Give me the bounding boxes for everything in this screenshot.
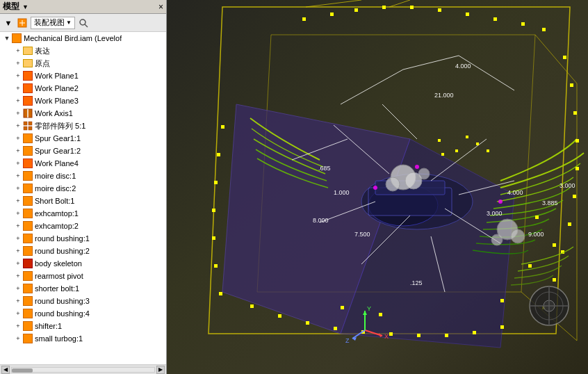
sg1-label: Spur Gear1:1 [35, 134, 81, 143]
wp2-expander[interactable]: + [14, 84, 22, 92]
svg-point-3 [80, 19, 85, 25]
tree-item-wp2[interactable]: + Work Plane2 [0, 82, 166, 95]
pattern-label: 零部件阵列 5:1 [35, 121, 85, 131]
exc1-expander[interactable]: + [14, 209, 22, 218]
tree-item-wa1[interactable]: + Work Axis1 [0, 107, 166, 120]
horizontal-scrollbar[interactable]: ◀ ▶ [0, 364, 166, 374]
sb-label: Short Bolt:1 [35, 197, 74, 205]
wp3-expander[interactable]: + [14, 97, 22, 105]
tree-item-rb1[interactable]: + round bushing:1 [0, 232, 166, 245]
svg-rect-49 [573, 111, 577, 115]
tree-item-origin[interactable]: + 原点 [0, 57, 166, 70]
tree-item-rp[interactable]: + rearmost pivot [0, 270, 166, 282]
rb2-expander[interactable]: + [14, 247, 22, 255]
tree-item-shorter[interactable]: + shorter bolt:1 [0, 282, 166, 295]
wp4-expander[interactable]: + [14, 159, 22, 168]
tree-item-sg12[interactable]: + Spur Gear1:2 [0, 145, 166, 157]
tree-item-rb3[interactable]: + round bushing:3 [0, 295, 166, 307]
filter-icon[interactable]: ▼ [3, 17, 14, 29]
wa1-icon [22, 108, 33, 119]
rp-expander[interactable]: + [14, 272, 22, 280]
tree-item-sh1[interactable]: + shifter:1 [0, 320, 166, 332]
rb3-expander[interactable]: + [14, 297, 22, 305]
svg-rect-43 [466, 13, 469, 16]
tree-item-exc2[interactable]: + exhcamtop:2 [0, 220, 166, 232]
svg-rect-48 [570, 83, 573, 87]
tree-item-wp4[interactable]: + Work Plane4 [0, 157, 166, 170]
scroll-track[interactable] [11, 367, 155, 373]
wa1-expander[interactable]: + [14, 109, 22, 117]
left-panel: 模型 ▼ × ▼ 装配视图 ▼ [0, 0, 167, 374]
panel-toolbar: ▼ 装配视图 ▼ [0, 14, 166, 32]
rb1-label: round bushing:1 [35, 234, 90, 243]
svg-point-86 [491, 234, 503, 245]
md1-expander[interactable]: + [14, 172, 22, 180]
tree-item-bs[interactable]: + body skeleton [0, 257, 166, 270]
panel-title-text: 模型 [3, 1, 19, 13]
tree-item-rb2[interactable]: + round bushing:2 [0, 245, 166, 257]
bs-expander[interactable]: + [14, 259, 22, 268]
search-icon[interactable] [78, 17, 89, 29]
tree-area[interactable]: ▼ Mechanical Bird.iam (Levelof + 表达 [0, 32, 166, 364]
tree-item-md1[interactable]: + moire disc:1 [0, 170, 166, 182]
sg1-icon [22, 133, 33, 144]
md1-icon [22, 170, 33, 181]
svg-point-83 [418, 168, 430, 179]
tree-item-expr[interactable]: + 表达 [0, 44, 166, 57]
sb-icon [22, 195, 33, 206]
tree-item-wp1[interactable]: + Work Plane1 [0, 70, 166, 82]
tree-item-pattern[interactable]: + 零部件阵列 5:1 [0, 120, 166, 132]
md1-label: moire disc:1 [35, 172, 76, 180]
expr-expander[interactable]: + [14, 47, 22, 55]
sg12-label: Spur Gear1:2 [35, 147, 81, 155]
tree-item-md2[interactable]: + moire disc:2 [0, 182, 166, 195]
wp4-icon [22, 158, 33, 169]
sg1-expander[interactable]: + [14, 134, 22, 143]
svg-rect-116 [455, 149, 458, 152]
tree-item-sb[interactable]: + Short Bolt:1 [0, 195, 166, 207]
root-expander[interactable]: ▼ [3, 34, 11, 42]
sb-expander[interactable]: + [14, 197, 22, 205]
svg-rect-114 [476, 143, 479, 145]
sg12-expander[interactable]: + [14, 147, 22, 155]
md2-expander[interactable]: + [14, 184, 22, 193]
rb4-icon [22, 308, 33, 319]
view-dropdown[interactable]: 装配视图 ▼ [31, 17, 75, 29]
svg-text:1.000: 1.000 [334, 189, 350, 196]
wp1-expander[interactable]: + [14, 72, 22, 80]
svg-rect-71 [217, 153, 220, 156]
scroll-right-btn[interactable]: ▶ [156, 366, 165, 374]
close-button[interactable]: × [158, 2, 163, 12]
viewport-3d[interactable]: 4.000 21.000 8.000 7.500 1.000 3.000 4.0… [167, 0, 588, 374]
st1-expander[interactable]: + [14, 334, 22, 343]
svg-text:3.885: 3.885 [542, 200, 558, 206]
tree-item-sg1[interactable]: + Spur Gear1:1 [0, 132, 166, 145]
origin-expander[interactable]: + [14, 59, 22, 67]
rb1-expander[interactable]: + [14, 234, 22, 243]
svg-rect-67 [214, 264, 218, 268]
sh1-expander[interactable]: + [14, 322, 22, 330]
tree-item-exc1[interactable]: + exhcamtop:1 [0, 207, 166, 220]
svg-rect-40 [382, 6, 386, 9]
svg-rect-50 [575, 139, 579, 143]
svg-text:8.000: 8.000 [313, 217, 329, 224]
tree-item-rb4[interactable]: + round bushing:4 [0, 307, 166, 320]
svg-rect-78 [553, 243, 556, 247]
tree-root-item[interactable]: ▼ Mechanical Bird.iam (Levelof [0, 32, 166, 44]
panel-dropdown-arrow[interactable]: ▼ [22, 3, 28, 10]
svg-rect-58 [445, 334, 448, 337]
exc2-expander[interactable]: + [14, 222, 22, 230]
svg-rect-44 [493, 17, 497, 21]
root-label: Mechanical Bird.iam (Levelof [24, 34, 122, 42]
scroll-left-btn[interactable]: ◀ [1, 366, 10, 374]
main-container: 模型 ▼ × ▼ 装配视图 ▼ [0, 0, 588, 374]
svg-rect-51 [575, 167, 579, 170]
tree-item-st1[interactable]: + small turbog:1 [0, 332, 166, 345]
tree-item-wp3[interactable]: + Work Plane3 [0, 95, 166, 107]
rb4-expander[interactable]: + [14, 309, 22, 318]
panel-title-bar: 模型 ▼ × [0, 0, 166, 14]
svg-point-82 [386, 177, 400, 191]
st1-label: small turbog:1 [35, 334, 83, 343]
shorter-expander[interactable]: + [14, 284, 22, 293]
pattern-expander[interactable]: + [14, 122, 22, 130]
